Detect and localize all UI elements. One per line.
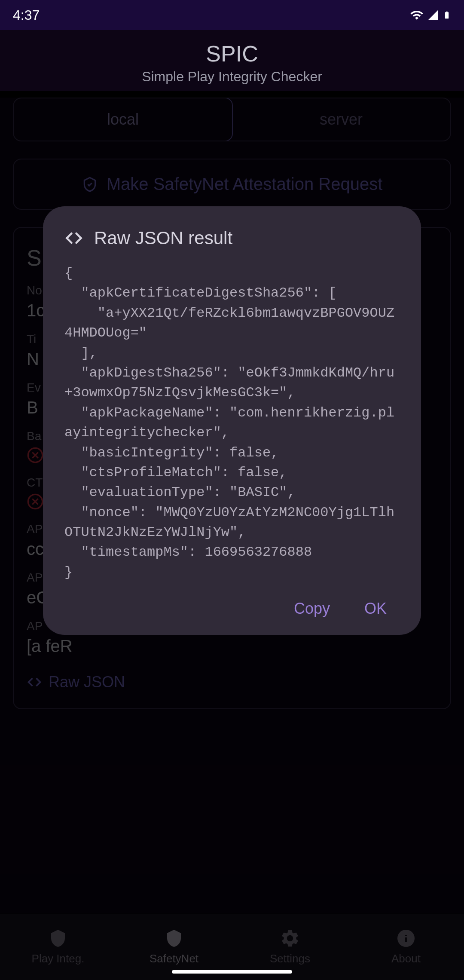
home-indicator[interactable] [172, 970, 292, 974]
dialog-title: Raw JSON result [94, 228, 232, 248]
dialog-overlay[interactable]: Raw JSON result { "apkCertificateDigestS… [0, 0, 464, 980]
code-icon [64, 229, 83, 248]
json-content: { "apkCertificateDigestSha256": [ "a+yXX… [64, 263, 400, 582]
dialog-actions: Copy OK [64, 600, 400, 618]
copy-button[interactable]: Copy [294, 600, 330, 618]
dialog-header: Raw JSON result [64, 228, 400, 248]
ok-button[interactable]: OK [364, 600, 387, 618]
raw-json-dialog: Raw JSON result { "apkCertificateDigestS… [43, 206, 421, 635]
